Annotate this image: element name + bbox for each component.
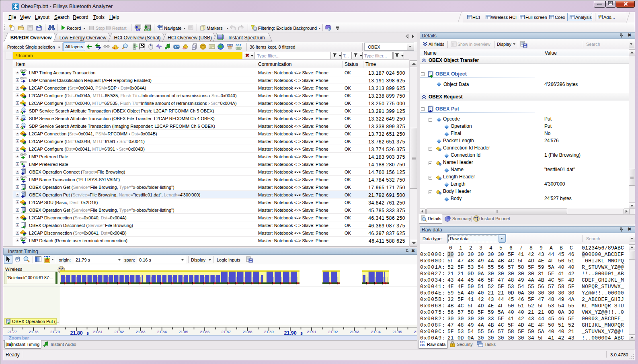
svg-text:21.95: 21.95 <box>392 329 402 334</box>
svg-text:21.83: 21.83 <box>136 329 146 334</box>
svg-text:21.88: 21.88 <box>243 329 252 334</box>
svg-text:21.87: 21.87 <box>222 329 231 334</box>
svg-text:21.78: 21.78 <box>29 329 39 334</box>
svg-text:21.84: 21.84 <box>157 329 167 334</box>
svg-text:21.91: 21.91 <box>307 329 316 334</box>
svg-text:00110: 00110 <box>236 43 242 47</box>
svg-text:reset: reset <box>144 28 152 31</box>
svg-text:21.81: 21.81 <box>93 329 103 334</box>
svg-text:21.77: 21.77 <box>8 329 17 334</box>
svg-text:21.94: 21.94 <box>371 329 381 334</box>
svg-text:21.79: 21.79 <box>50 329 60 334</box>
svg-text:21.86: 21.86 <box>200 329 209 334</box>
svg-text:HCI Overview (USB): HCI Overview (USB) <box>168 35 212 41</box>
svg-text:Low Energy Overview: Low Energy Overview <box>59 35 107 41</box>
svg-text:?: ? <box>328 27 330 31</box>
svg-text:21.93: 21.93 <box>350 329 359 334</box>
svg-text:21.89: 21.89 <box>264 329 274 334</box>
svg-text:21.92: 21.92 <box>328 329 338 334</box>
svg-text:HCI Overview (Serial): HCI Overview (Serial) <box>114 35 160 41</box>
svg-text:Instant Spectrum: Instant Spectrum <box>228 35 265 41</box>
svg-text:set: set <box>136 28 140 31</box>
svg-text:BR/EDR Overview: BR/EDR Overview <box>10 35 52 41</box>
svg-text:21.96: 21.96 <box>414 329 417 334</box>
svg-text:21.85: 21.85 <box>178 329 188 334</box>
svg-text:21.82: 21.82 <box>115 329 124 334</box>
